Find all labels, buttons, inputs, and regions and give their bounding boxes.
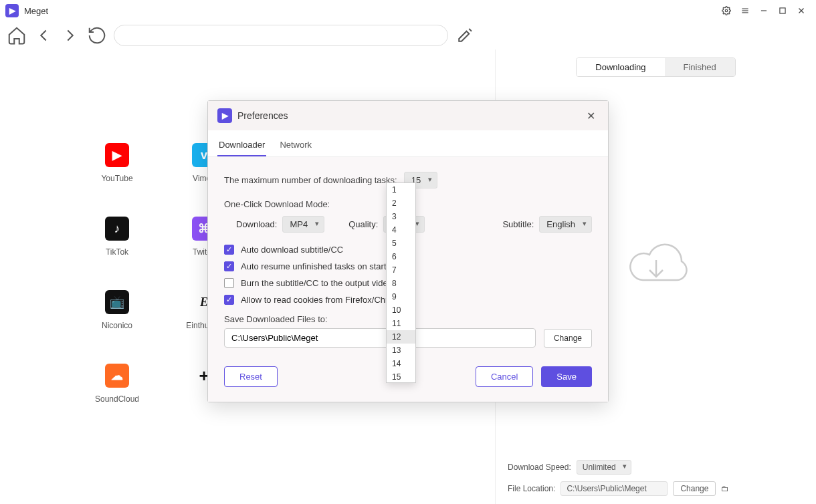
maximize-button[interactable] xyxy=(773,1,792,20)
site-label: Niconico xyxy=(102,321,132,330)
soundcloud-icon: ☁ xyxy=(105,364,129,388)
minimize-button[interactable] xyxy=(754,1,773,20)
tab-downloader[interactable]: Downloader xyxy=(217,136,266,156)
toolbar xyxy=(0,21,816,49)
brush-icon[interactable] xyxy=(455,25,475,45)
folder-icon[interactable]: 🗀 xyxy=(721,484,729,493)
dropdown-option[interactable]: 10 xyxy=(387,303,415,317)
tab-downloading[interactable]: Downloading xyxy=(577,58,664,76)
dropdown-option[interactable]: 12 xyxy=(387,330,415,344)
site-youtube[interactable]: ▶YouTube xyxy=(74,143,161,183)
check-label: Allow to read cookies from Firefox/Chrom… xyxy=(241,295,405,305)
tab-network[interactable]: Network xyxy=(278,136,313,156)
dropdown-option[interactable]: 4 xyxy=(387,223,415,237)
quality-label: Quality: xyxy=(348,219,378,229)
right-tabs: Downloading Finished xyxy=(496,49,816,81)
dropdown-option[interactable]: 7 xyxy=(387,263,415,277)
save-path-change-button[interactable]: Change xyxy=(544,329,592,348)
check-label: Auto download subtitle/CC xyxy=(241,245,343,255)
subtitle-select[interactable]: English xyxy=(539,216,592,233)
url-input[interactable] xyxy=(114,25,448,46)
site-tiktok[interactable]: ♪TikTok xyxy=(74,217,161,257)
subtitle-label: Subtitle: xyxy=(502,219,534,229)
max-tasks-label: The maximum number of downloading tasks: xyxy=(224,175,397,185)
check-auto-resume[interactable]: ✓ xyxy=(224,261,234,271)
modal-title: Preferences xyxy=(237,110,288,121)
close-button[interactable] xyxy=(792,1,811,20)
max-tasks-dropdown[interactable]: 1 2 3 4 5 6 7 8 9 10 11 12 13 14 15 xyxy=(386,182,416,383)
niconico-icon: 📺 xyxy=(105,290,129,314)
location-change-button[interactable]: Change xyxy=(673,481,716,496)
dropdown-option[interactable]: 5 xyxy=(387,237,415,250)
check-burn-subtitle[interactable] xyxy=(224,278,234,288)
dropdown-option[interactable]: 14 xyxy=(387,357,415,370)
app-logo-icon: ▶ xyxy=(5,4,19,17)
site-niconico[interactable]: 📺Niconico xyxy=(74,290,161,330)
menu-icon[interactable] xyxy=(736,1,754,20)
tab-finished[interactable]: Finished xyxy=(665,58,735,76)
cloud-download-icon xyxy=(623,240,690,293)
titlebar: ▶ Meget xyxy=(0,0,816,21)
dropdown-option[interactable]: 2 xyxy=(387,197,415,210)
dropdown-option[interactable]: 8 xyxy=(387,277,415,290)
dropdown-option[interactable]: 15 xyxy=(387,370,415,384)
forward-icon[interactable] xyxy=(60,25,80,45)
save-path-input[interactable] xyxy=(224,328,536,348)
cancel-button[interactable]: Cancel xyxy=(476,366,533,387)
modal-close-button[interactable]: ✕ xyxy=(583,108,599,124)
youtube-icon: ▶ xyxy=(105,143,129,167)
download-format-select[interactable]: MP4 xyxy=(282,216,324,233)
home-icon[interactable] xyxy=(7,25,27,45)
site-label: YouTube xyxy=(101,174,132,183)
speed-select[interactable]: Unlimited xyxy=(577,460,631,475)
check-auto-subtitle[interactable]: ✓ xyxy=(224,245,234,255)
back-icon[interactable] xyxy=(33,25,54,45)
svg-rect-5 xyxy=(780,8,785,13)
site-soundcloud[interactable]: ☁SoundCloud xyxy=(74,364,161,404)
site-label: SoundCloud xyxy=(95,394,139,404)
tiktok-icon: ♪ xyxy=(105,217,129,241)
check-read-cookies[interactable]: ✓ xyxy=(224,295,234,305)
site-label: TikTok xyxy=(106,247,128,257)
location-label: File Location: xyxy=(508,484,555,493)
dropdown-option[interactable]: 1 xyxy=(387,183,415,197)
location-path: C:\Users\Public\Meget xyxy=(560,481,668,496)
reset-button[interactable]: Reset xyxy=(224,366,278,387)
dropdown-option[interactable]: 13 xyxy=(387,344,415,357)
dropdown-option[interactable]: 3 xyxy=(387,210,415,223)
gear-icon[interactable] xyxy=(717,1,736,20)
app-title: Meget xyxy=(24,6,48,16)
dropdown-option[interactable]: 9 xyxy=(387,290,415,303)
save-button[interactable]: Save xyxy=(541,366,592,387)
modal-logo-icon: ▶ xyxy=(217,108,232,123)
svg-point-0 xyxy=(725,9,728,12)
check-label: Auto resume unfinished tasks on startup xyxy=(241,261,396,271)
check-label: Burn the subtitle/CC to the output video xyxy=(241,278,393,288)
speed-label: Download Speed: xyxy=(508,463,571,472)
download-format-label: Download: xyxy=(236,219,277,229)
reload-icon[interactable] xyxy=(87,25,107,45)
dropdown-option[interactable]: 11 xyxy=(387,317,415,330)
dropdown-option[interactable]: 6 xyxy=(387,250,415,263)
